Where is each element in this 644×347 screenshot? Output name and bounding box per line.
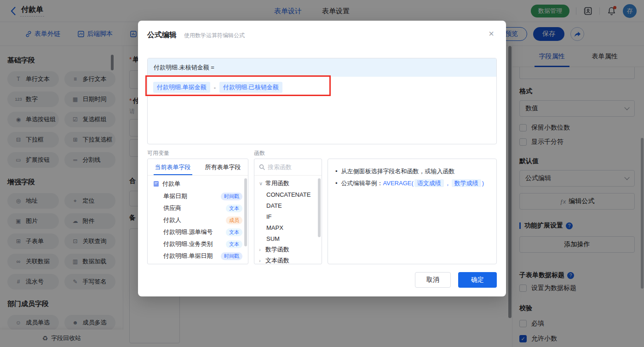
formula-edit-modal: 公式编辑 使用数学运算符编辑公式 × 付款明细.未核销金额 = 付款明细.单据金… — [138, 21, 506, 296]
bullet-icon: • — [335, 165, 338, 177]
variables-root-node[interactable]: 付款单 — [148, 177, 248, 190]
example-chip: 数学成绩 — [452, 179, 481, 187]
search-icon — [259, 164, 265, 170]
type-badge: 文本 — [226, 205, 242, 212]
root-node-label: 付款单 — [162, 180, 180, 188]
variables-scrollbar-thumb[interactable] — [244, 178, 247, 246]
confirm-button[interactable]: 确定 — [458, 272, 497, 288]
variable-name: 付款明细.源单编号 — [163, 228, 213, 236]
variable-row[interactable]: 付款明细.业务类别文本 — [148, 238, 248, 250]
variable-name: 单据日期 — [163, 192, 187, 200]
function-item-mapx[interactable]: MAPX — [254, 222, 322, 233]
chevron-down-icon: ∨ — [259, 181, 265, 187]
formula-field-chip[interactable]: 付款明细.单据金额 — [153, 82, 210, 93]
variable-name: 供应商 — [163, 204, 181, 212]
modal-header: 公式编辑 使用数学运算符编辑公式 — [138, 21, 506, 40]
function-item-concatenate[interactable]: CONCATENATE — [254, 189, 322, 200]
type-badge: 文本 — [226, 240, 242, 248]
cancel-button[interactable]: 取消 — [415, 272, 451, 288]
group-label: 数学函数 — [265, 245, 289, 254]
modal-title: 公式编辑 — [147, 30, 177, 40]
function-group-math[interactable]: ›数学函数 — [254, 244, 322, 255]
example-label: 公式编辑举例： — [341, 180, 383, 187]
variable-row[interactable]: 供应商文本 — [148, 202, 248, 214]
function-group-common[interactable]: ∨常用函数 — [254, 178, 322, 189]
function-search-input[interactable] — [268, 164, 314, 171]
example-fn-open: AVERAGE( — [383, 180, 414, 187]
formula-target: 付款明细.未核销金额 = — [148, 58, 496, 77]
modal-subtitle: 使用数学运算符编辑公式 — [184, 32, 245, 40]
tab-current-form-fields[interactable]: 当前表单字段 — [148, 159, 198, 175]
function-item-if[interactable]: IF — [254, 211, 322, 222]
functions-panel: ∨常用函数 CONCATENATE DATE IF MAPX SUM ›数学函数… — [254, 159, 322, 264]
type-badge: 文本 — [226, 228, 242, 236]
tab-all-form-fields[interactable]: 所有表单字段 — [198, 159, 248, 175]
chevron-right-icon: › — [259, 258, 265, 263]
formula-expression[interactable]: 付款明细.单据金额 - 付款明细.已核销金额 — [148, 77, 496, 98]
function-search — [254, 159, 322, 176]
help-panel: • 从左侧面板选择字段名和函数，或输入函数 • 公式编辑举例：AVERAGE(语… — [328, 159, 497, 264]
variables-label: 可用变量 — [147, 149, 169, 157]
close-icon[interactable]: × — [489, 29, 494, 38]
variable-row[interactable]: 付款人成员 — [148, 214, 248, 226]
type-badge: 成员 — [226, 216, 242, 224]
functions-scrollbar-thumb[interactable] — [318, 178, 321, 237]
function-group-text[interactable]: ›文本函数 — [254, 255, 322, 264]
form-doc-icon — [153, 181, 159, 187]
formula-operator: - — [214, 84, 216, 91]
function-item-sum[interactable]: SUM — [254, 233, 322, 244]
formula-editor[interactable]: 付款明细.未核销金额 = 付款明细.单据金额 - 付款明细.已核销金额 — [147, 58, 497, 144]
help-example: 公式编辑举例：AVERAGE(语文成绩，数学成绩) — [341, 177, 484, 189]
example-comma: ， — [445, 180, 451, 187]
variable-row[interactable]: 单据日期时间戳 — [148, 190, 248, 202]
variable-name: 付款明细.单据日期 — [163, 252, 213, 260]
variables-tabs: 当前表单字段 所有表单字段 — [148, 159, 248, 176]
example-fn-close: ) — [482, 180, 484, 187]
chevron-right-icon: › — [259, 247, 265, 252]
type-badge: 时间戳 — [221, 252, 242, 260]
group-label: 文本函数 — [265, 256, 289, 264]
functions-label: 函数 — [254, 149, 265, 157]
help-tip-2: • 公式编辑举例：AVERAGE(语文成绩，数学成绩) — [335, 177, 489, 189]
bullet-icon: • — [335, 177, 338, 189]
variable-row[interactable]: 付款明细.源单编号文本 — [148, 226, 248, 238]
help-text: 从左侧面板选择字段名和函数，或输入函数 — [341, 165, 455, 177]
variables-panel: 当前表单字段 所有表单字段 付款单 单据日期时间戳 供应商文本 付款人成员 付款… — [147, 159, 248, 264]
group-label: 常用函数 — [265, 179, 289, 188]
app-window: 付款单 表单设计 表单设置 数据管理 存 表单外链 — [0, 0, 644, 347]
type-badge: 时间戳 — [221, 193, 242, 200]
variable-name: 付款人 — [163, 216, 181, 224]
example-chip: 语文成绩 — [414, 179, 444, 187]
variable-name: 付款明细.业务类别 — [163, 240, 213, 248]
variable-row[interactable]: 付款明细.单据日期时间戳 — [148, 250, 248, 262]
function-item-date[interactable]: DATE — [254, 200, 322, 211]
modal-footer: 取消 确定 — [415, 272, 497, 288]
help-tip-1: • 从左侧面板选择字段名和函数，或输入函数 — [335, 165, 489, 177]
formula-field-chip[interactable]: 付款明细.已核销金额 — [219, 82, 282, 93]
